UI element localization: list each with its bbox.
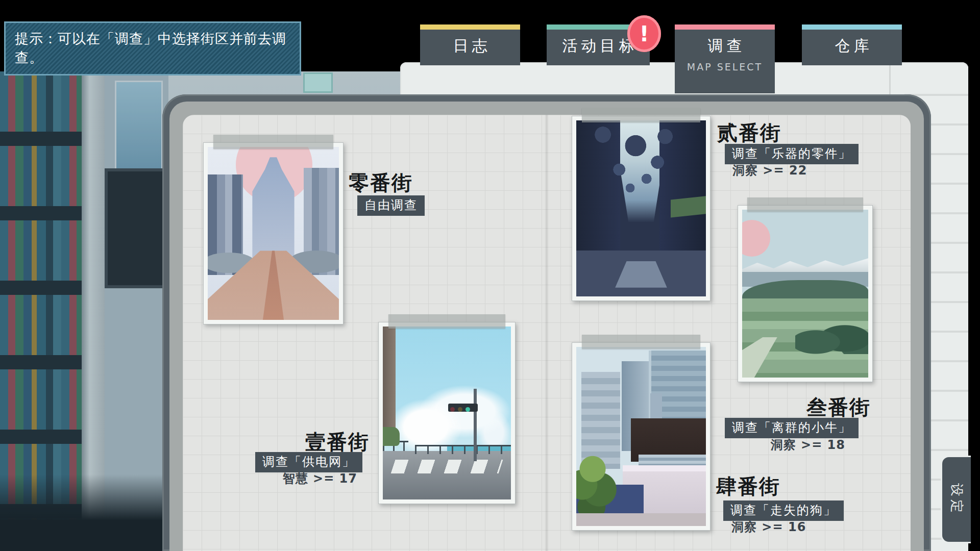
page-seam bbox=[889, 62, 891, 98]
street-task-0: 自由调查 bbox=[357, 195, 425, 216]
street-photo-4-image bbox=[576, 347, 706, 526]
tab-investigate[interactable]: 调查 MAP SELECT bbox=[675, 24, 775, 93]
settings-tab[interactable]: 设定 bbox=[941, 456, 971, 543]
street-photo-3-image bbox=[742, 210, 868, 378]
street-photo-2-image bbox=[576, 120, 706, 296]
street-name-4: 肆番街 bbox=[716, 472, 780, 500]
tab-log-label: 日志 bbox=[420, 37, 520, 55]
map-select-subtitle: MAP SELECT bbox=[675, 61, 775, 72]
notebook-center-fold bbox=[545, 115, 549, 551]
street-requirement-4: 洞察 >= 16 bbox=[731, 519, 806, 535]
street-task-3: 调查「离群的小牛」 bbox=[725, 418, 859, 438]
street-photo-1[interactable] bbox=[378, 322, 516, 504]
washi-tape bbox=[747, 197, 863, 212]
street-requirement-1: 智慧 >= 17 bbox=[255, 470, 357, 487]
washi-tape bbox=[582, 335, 700, 349]
tab-warehouse[interactable]: 仓库 bbox=[802, 24, 902, 65]
tab-log[interactable]: 日志 bbox=[420, 24, 520, 65]
hint-tooltip: 提示：可以在「调查」中选择街区并前去调查。 bbox=[4, 21, 301, 76]
tab-warehouse-label: 仓库 bbox=[802, 37, 902, 55]
street-photo-0-image bbox=[208, 147, 339, 320]
map-select-screen: 零番街 自由调查 壹番街 调查「供电网」 智慧 >= 17 bbox=[0, 0, 980, 551]
street-requirement-3: 洞察 >= 18 bbox=[725, 437, 845, 453]
street-name-3: 叁番街 bbox=[806, 393, 871, 421]
washi-tape bbox=[582, 108, 700, 122]
street-photo-4[interactable] bbox=[572, 342, 710, 531]
washi-tape bbox=[388, 314, 506, 329]
washi-tape bbox=[213, 135, 333, 149]
street-requirement-2: 洞察 >= 22 bbox=[732, 162, 807, 179]
street-photo-2[interactable] bbox=[572, 116, 710, 301]
street-name-2: 贰番街 bbox=[717, 119, 781, 147]
settings-tab-label: 设定 bbox=[948, 483, 966, 516]
street-photo-3[interactable] bbox=[738, 205, 873, 382]
exclamation-badge: ! bbox=[627, 15, 661, 52]
street-task-2: 调查「乐器的零件」 bbox=[725, 144, 859, 164]
tab-color-strip bbox=[420, 24, 520, 30]
street-photo-1-image bbox=[383, 327, 511, 499]
street-name-0: 零番街 bbox=[349, 169, 413, 197]
street-task-1: 调查「供电网」 bbox=[255, 452, 362, 472]
tab-investigate-label: 调查 bbox=[675, 37, 775, 55]
street-photo-0[interactable] bbox=[203, 142, 344, 324]
tab-color-strip bbox=[802, 24, 902, 30]
tab-color-strip bbox=[675, 24, 775, 30]
street-task-4: 调查「走失的狗」 bbox=[723, 500, 844, 521]
